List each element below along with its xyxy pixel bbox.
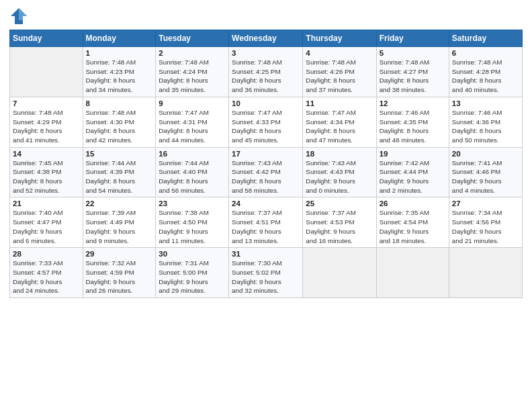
header: [9, 7, 523, 26]
day-info: Sunrise: 7:44 AMSunset: 4:40 PMDaylight:…: [159, 158, 226, 195]
logo: [9, 7, 31, 26]
calendar-header-row: SundayMondayTuesdayWednesdayThursdayFrid…: [10, 30, 523, 47]
calendar-cell: 21Sunrise: 7:40 AMSunset: 4:47 PMDayligh…: [10, 197, 83, 248]
calendar-cell: [303, 248, 376, 298]
day-info: Sunrise: 7:48 AMSunset: 4:30 PMDaylight:…: [86, 108, 153, 145]
day-of-week-sunday: Sunday: [10, 30, 83, 47]
day-info: Sunrise: 7:34 AMSunset: 4:56 PMDaylight:…: [452, 208, 519, 245]
day-of-week-friday: Friday: [376, 30, 449, 47]
day-info: Sunrise: 7:39 AMSunset: 4:49 PMDaylight:…: [86, 208, 153, 245]
day-info: Sunrise: 7:31 AMSunset: 5:00 PMDaylight:…: [159, 259, 226, 295]
day-of-week-tuesday: Tuesday: [156, 30, 229, 47]
day-info: Sunrise: 7:38 AMSunset: 4:50 PMDaylight:…: [159, 208, 226, 245]
day-number: 6: [452, 49, 519, 57]
calendar-cell: 15Sunrise: 7:44 AMSunset: 4:39 PMDayligh…: [83, 147, 156, 197]
calendar-cell: 20Sunrise: 7:41 AMSunset: 4:46 PMDayligh…: [449, 147, 522, 197]
day-number: 4: [306, 49, 373, 57]
day-number: 23: [159, 199, 226, 208]
calendar-cell: [10, 47, 83, 97]
day-info: Sunrise: 7:40 AMSunset: 4:47 PMDaylight:…: [13, 208, 80, 245]
week-row-3: 14Sunrise: 7:45 AMSunset: 4:38 PMDayligh…: [10, 147, 523, 197]
calendar-cell: 29Sunrise: 7:32 AMSunset: 4:59 PMDayligh…: [83, 248, 156, 298]
calendar-cell: 13Sunrise: 7:46 AMSunset: 4:36 PMDayligh…: [449, 97, 522, 147]
calendar-cell: 3Sunrise: 7:48 AMSunset: 4:25 PMDaylight…: [229, 47, 303, 97]
day-number: 25: [306, 199, 373, 208]
day-number: 22: [86, 199, 153, 208]
calendar-cell: 23Sunrise: 7:38 AMSunset: 4:50 PMDayligh…: [156, 197, 229, 248]
svg-marker-1: [19, 8, 27, 20]
day-info: Sunrise: 7:37 AMSunset: 4:51 PMDaylight:…: [232, 208, 300, 245]
logo-icon: [9, 7, 28, 26]
day-number: 5: [380, 49, 446, 57]
day-of-week-wednesday: Wednesday: [229, 30, 303, 47]
day-info: Sunrise: 7:46 AMSunset: 4:36 PMDaylight:…: [452, 108, 519, 145]
day-of-week-saturday: Saturday: [449, 30, 522, 47]
calendar-cell: 5Sunrise: 7:48 AMSunset: 4:27 PMDaylight…: [376, 47, 449, 97]
calendar-cell: 6Sunrise: 7:48 AMSunset: 4:28 PMDaylight…: [449, 47, 522, 97]
calendar-cell: 2Sunrise: 7:48 AMSunset: 4:24 PMDaylight…: [156, 47, 229, 97]
day-number: 17: [232, 150, 300, 158]
calendar-cell: 28Sunrise: 7:33 AMSunset: 4:57 PMDayligh…: [10, 248, 83, 298]
day-number: 31: [232, 250, 300, 258]
day-info: Sunrise: 7:41 AMSunset: 4:46 PMDaylight:…: [452, 158, 519, 195]
day-number: 15: [86, 150, 153, 158]
calendar-cell: 10Sunrise: 7:47 AMSunset: 4:33 PMDayligh…: [229, 97, 303, 147]
day-info: Sunrise: 7:43 AMSunset: 4:42 PMDaylight:…: [232, 158, 300, 195]
day-number: 3: [232, 49, 300, 57]
calendar-cell: 9Sunrise: 7:47 AMSunset: 4:31 PMDaylight…: [156, 97, 229, 147]
day-info: Sunrise: 7:43 AMSunset: 4:43 PMDaylight:…: [306, 158, 373, 195]
day-of-week-thursday: Thursday: [303, 30, 376, 47]
day-info: Sunrise: 7:35 AMSunset: 4:54 PMDaylight:…: [380, 208, 446, 245]
calendar-table: SundayMondayTuesdayWednesdayThursdayFrid…: [9, 30, 523, 298]
calendar-cell: 18Sunrise: 7:43 AMSunset: 4:43 PMDayligh…: [303, 147, 376, 197]
calendar-cell: [449, 248, 522, 298]
day-info: Sunrise: 7:48 AMSunset: 4:29 PMDaylight:…: [13, 108, 80, 145]
day-number: 26: [380, 199, 446, 208]
week-row-5: 28Sunrise: 7:33 AMSunset: 4:57 PMDayligh…: [10, 248, 523, 298]
day-number: 1: [86, 49, 153, 57]
day-number: 2: [159, 49, 226, 57]
day-number: 21: [13, 199, 80, 208]
day-number: 8: [86, 99, 153, 107]
day-number: 20: [452, 150, 519, 158]
day-number: 9: [159, 99, 226, 107]
calendar-page: SundayMondayTuesdayWednesdayThursdayFrid…: [0, 0, 532, 411]
day-number: 7: [13, 99, 80, 107]
day-info: Sunrise: 7:46 AMSunset: 4:35 PMDaylight:…: [380, 108, 446, 145]
day-of-week-monday: Monday: [83, 30, 156, 47]
day-info: Sunrise: 7:48 AMSunset: 4:25 PMDaylight:…: [232, 58, 300, 95]
day-number: 28: [13, 250, 80, 258]
calendar-cell: 30Sunrise: 7:31 AMSunset: 5:00 PMDayligh…: [156, 248, 229, 298]
day-info: Sunrise: 7:48 AMSunset: 4:23 PMDaylight:…: [86, 58, 153, 95]
day-info: Sunrise: 7:48 AMSunset: 4:24 PMDaylight:…: [159, 58, 226, 95]
calendar-cell: 22Sunrise: 7:39 AMSunset: 4:49 PMDayligh…: [83, 197, 156, 248]
week-row-4: 21Sunrise: 7:40 AMSunset: 4:47 PMDayligh…: [10, 197, 523, 248]
day-number: 27: [452, 199, 519, 208]
day-info: Sunrise: 7:30 AMSunset: 5:02 PMDaylight:…: [232, 259, 300, 295]
calendar-cell: 1Sunrise: 7:48 AMSunset: 4:23 PMDaylight…: [83, 47, 156, 97]
calendar-cell: 11Sunrise: 7:47 AMSunset: 4:34 PMDayligh…: [303, 97, 376, 147]
day-number: 24: [232, 199, 300, 208]
day-info: Sunrise: 7:42 AMSunset: 4:44 PMDaylight:…: [380, 158, 446, 195]
calendar-cell: 27Sunrise: 7:34 AMSunset: 4:56 PMDayligh…: [449, 197, 522, 248]
day-info: Sunrise: 7:48 AMSunset: 4:27 PMDaylight:…: [380, 58, 446, 95]
day-number: 19: [380, 150, 446, 158]
calendar-cell: 12Sunrise: 7:46 AMSunset: 4:35 PMDayligh…: [376, 97, 449, 147]
calendar-cell: 17Sunrise: 7:43 AMSunset: 4:42 PMDayligh…: [229, 147, 303, 197]
day-number: 16: [159, 150, 226, 158]
calendar-cell: 19Sunrise: 7:42 AMSunset: 4:44 PMDayligh…: [376, 147, 449, 197]
day-info: Sunrise: 7:45 AMSunset: 4:38 PMDaylight:…: [13, 158, 80, 195]
calendar-cell: 25Sunrise: 7:37 AMSunset: 4:53 PMDayligh…: [303, 197, 376, 248]
week-row-1: 1Sunrise: 7:48 AMSunset: 4:23 PMDaylight…: [10, 47, 523, 97]
calendar-cell: 8Sunrise: 7:48 AMSunset: 4:30 PMDaylight…: [83, 97, 156, 147]
day-number: 30: [159, 250, 226, 258]
day-number: 13: [452, 99, 519, 107]
calendar-cell: 4Sunrise: 7:48 AMSunset: 4:26 PMDaylight…: [303, 47, 376, 97]
day-info: Sunrise: 7:32 AMSunset: 4:59 PMDaylight:…: [86, 259, 153, 295]
day-info: Sunrise: 7:44 AMSunset: 4:39 PMDaylight:…: [86, 158, 153, 195]
week-row-2: 7Sunrise: 7:48 AMSunset: 4:29 PMDaylight…: [10, 97, 523, 147]
day-info: Sunrise: 7:37 AMSunset: 4:53 PMDaylight:…: [306, 208, 373, 245]
day-number: 10: [232, 99, 300, 107]
calendar-cell: [376, 248, 449, 298]
day-number: 18: [306, 150, 373, 158]
